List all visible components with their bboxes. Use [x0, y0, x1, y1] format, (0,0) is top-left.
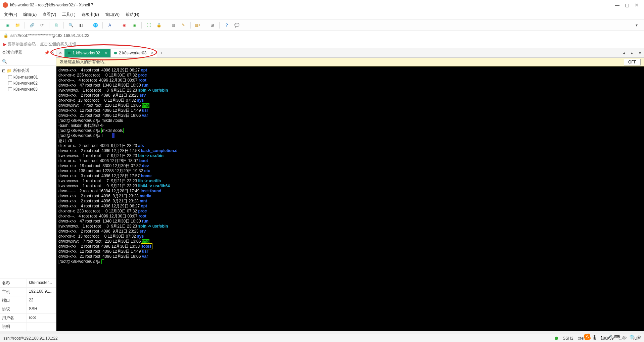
address-url[interactable]: ssh://root:***************@192.168.91.10…	[10, 33, 89, 38]
toolbar: ▣ 📁 🔗 ⟳ ⎘ 🔍 ◧ 🌐 A ◉ ▣ ⛶ 🔒 ▦ ✎ ▦+ ⊞ ? 💬 ▾	[0, 19, 644, 31]
menu-view[interactable]: 查看(V)	[43, 12, 56, 17]
session-doc-icon	[8, 81, 12, 85]
ime-skin-icon[interactable]: 👕	[629, 334, 635, 340]
connection-status-icon	[555, 337, 558, 340]
minus-icon: ⊟	[2, 68, 5, 73]
lock-icon[interactable]: 🔒	[155, 21, 163, 29]
tree-root[interactable]: ⊟ 📁 所有会话	[2, 67, 54, 74]
layout-icon[interactable]: ⊞	[208, 21, 216, 29]
app-icon	[3, 2, 8, 8]
tree-item-label: k8s-master01	[13, 75, 38, 80]
tab-label: 2 k8s-worker03	[119, 51, 146, 55]
prop-host-k: 主机	[0, 288, 27, 296]
ime-mic-icon[interactable]: 🎤	[606, 334, 612, 340]
menu-edit[interactable]: 编辑(E)	[23, 12, 37, 17]
sogou-ime-icon[interactable]: S	[584, 333, 591, 340]
sidebar-search[interactable]: 🔍	[0, 57, 56, 66]
tree-item-label: k8s-worker02	[13, 81, 38, 86]
tree-session-item[interactable]: k8s-worker02	[8, 80, 54, 86]
fullscreen-icon[interactable]: ⛶	[145, 21, 153, 29]
sidebar-title: 会话管理器	[2, 50, 22, 55]
addressbar: 🔒 ssh://root:***************@192.168.91.…	[0, 31, 644, 40]
globe-icon[interactable]: 🌐	[91, 21, 99, 29]
palette-icon[interactable]: ◧	[77, 21, 85, 29]
search-small-icon: 🔍	[2, 59, 7, 64]
chat-icon[interactable]: 💬	[233, 21, 241, 29]
tipbar: ▶ 要添加当前会话，点击左侧的箭头按钮。	[0, 40, 644, 48]
tab-worker02[interactable]: 1 k8s-worker02 ×	[64, 49, 111, 57]
highlight-icon[interactable]: ✎	[179, 21, 187, 29]
pin-icon[interactable]: 📌	[44, 50, 49, 55]
chevron-down-icon[interactable]: ▾	[633, 21, 641, 29]
terminal[interactable]: drwxr-xr-x. 4 root root 4096 12月29日 06:2…	[56, 66, 644, 331]
tabbar: ✕ 1 k8s-worker02 × 2 k8s-worker03 × + ◂ …	[56, 48, 644, 58]
help-icon[interactable]: ?	[223, 21, 231, 29]
tab-status-icon	[114, 52, 117, 54]
menubar: 文件(F) 编辑(E) 查看(V) 工具(T) 选项卡(B) 窗口(W) 帮助(…	[0, 10, 644, 19]
flag-icon: ▶	[3, 42, 6, 47]
tab-worker03[interactable]: 2 k8s-worker03 ×	[111, 49, 157, 57]
new-session-icon[interactable]: ▣	[3, 21, 11, 29]
add-tab-icon[interactable]: ▦+	[194, 21, 202, 29]
open-folder-icon[interactable]: 📁	[13, 21, 21, 29]
tab-close-icon[interactable]: ×	[105, 51, 107, 55]
ime-lang-icon[interactable]: 中	[592, 334, 598, 340]
titlebar: k8s-worker02 - root@k8s-worker02:/ - Xsh…	[0, 0, 644, 10]
status-ssh: SSH2	[563, 336, 573, 341]
statusbar: ssh://root@192.168.91.101:22 SSH2 xterm …	[0, 334, 644, 342]
prop-proto-k: 协议	[0, 305, 27, 313]
ime-tray: S 中 •, 🎤 ⌨ ☺ 👕 ⚙	[584, 334, 642, 340]
menu-file[interactable]: 文件(F)	[4, 12, 17, 17]
tree-session-item[interactable]: k8s-worker03	[8, 86, 54, 92]
tab-add-button[interactable]: +	[157, 51, 166, 55]
prop-desc-v	[27, 323, 56, 331]
menu-tools[interactable]: 工具(T)	[62, 12, 75, 17]
link-icon[interactable]: 🔗	[28, 21, 36, 29]
session-properties: 名称k8s-master... 主机192.168.91.... 端口22 协议…	[0, 279, 56, 331]
minimize-button[interactable]: —	[615, 2, 619, 8]
tab-nav-left-icon[interactable]: ◂	[620, 49, 628, 57]
window-title: k8s-worker02 - root@k8s-worker02:/ - Xsh…	[10, 3, 615, 7]
session-doc-icon	[8, 75, 12, 79]
font-icon[interactable]: A	[106, 21, 114, 29]
ime-punct-icon[interactable]: •,	[599, 334, 605, 340]
prop-name-v: k8s-master...	[27, 279, 56, 287]
maximize-button[interactable]: ▢	[625, 2, 629, 8]
ime-smile-icon[interactable]: ☺	[621, 334, 627, 340]
tree-session-item[interactable]: k8s-master01	[8, 74, 54, 80]
sidebar-header: 会话管理器 📌✕	[0, 48, 56, 57]
broadcast-text: 发送键盘输入的所有会话。	[60, 59, 108, 65]
prop-port-v: 22	[27, 296, 56, 305]
prop-host-v: 192.168.91....	[27, 288, 56, 296]
broadcast-off-button[interactable]: OFF	[624, 59, 641, 65]
ime-keyboard-icon[interactable]: ⌨	[614, 334, 620, 340]
tree-root-label: 所有会话	[13, 68, 29, 74]
tab-nav-right-icon[interactable]: ▸	[628, 49, 636, 57]
ime-tools-icon[interactable]: ⚙	[636, 334, 642, 340]
stop-icon[interactable]: ▣	[130, 21, 138, 29]
search-icon[interactable]: 🔍	[67, 21, 75, 29]
prop-port-k: 端口	[0, 296, 27, 305]
tab-close-icon[interactable]: ×	[151, 51, 153, 55]
tab-label: 1 k8s-worker02	[73, 51, 100, 55]
menu-window[interactable]: 窗口(W)	[105, 12, 120, 17]
record-icon[interactable]: ◉	[120, 21, 128, 29]
tabbar-close-icon[interactable]: ✕	[56, 51, 64, 55]
close-button[interactable]: ✕	[635, 2, 639, 8]
calendar-icon[interactable]: ▦	[169, 21, 177, 29]
prop-desc-k: 说明	[0, 323, 27, 331]
tab-list-icon[interactable]: ▾	[636, 49, 644, 57]
prop-proto-v: SSH	[27, 305, 56, 313]
reconnect-icon[interactable]: ⟳	[38, 21, 46, 29]
prop-user-v: root	[27, 314, 56, 322]
tab-status-icon	[68, 52, 71, 54]
prop-user-k: 用户名	[0, 314, 27, 322]
prop-name-k: 名称	[0, 279, 27, 287]
session-manager-sidebar: 会话管理器 📌✕ 🔍 ⊟ 📁 所有会话 k8s-master01k8s-work…	[0, 48, 56, 331]
menu-help[interactable]: 帮助(H)	[126, 12, 139, 17]
copy-icon[interactable]: ⎘	[52, 21, 60, 29]
lock-small-icon: 🔒	[3, 33, 8, 38]
folder-icon: 📁	[7, 68, 12, 73]
menu-tabs[interactable]: 选项卡(B)	[82, 12, 99, 17]
sidebar-close-icon[interactable]: ✕	[51, 50, 54, 55]
